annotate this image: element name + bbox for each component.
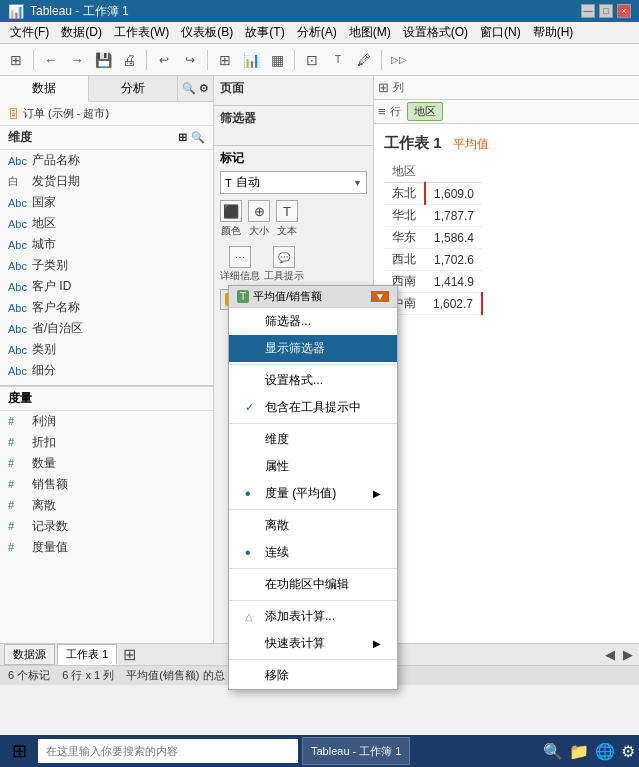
ctx-quick-calc-item[interactable]: 快速表计算 ▶ (229, 630, 397, 657)
field-city[interactable]: Abc 城市 (0, 234, 213, 255)
menu-dashboard[interactable]: 仪表板(B) (175, 22, 239, 43)
rows-region-pill[interactable]: 地区 (407, 102, 443, 121)
tab-data[interactable]: 数据 (0, 76, 89, 102)
ctx-add-calc-item[interactable]: △ 添加表计算... (229, 603, 397, 630)
menu-worksheet[interactable]: 工作表(W) (108, 22, 175, 43)
context-menu-title-row: T 平均值/销售额 ▼ (229, 286, 397, 308)
title-bar-icon: 📊 (8, 4, 24, 19)
minimize-button[interactable]: — (581, 4, 595, 18)
ctx-format-item[interactable]: 设置格式... (229, 367, 397, 394)
marks-tooltip-button[interactable]: 💬 工具提示 (264, 246, 304, 283)
field-label: 发货日期 (32, 173, 80, 190)
menu-story[interactable]: 故事(T) (239, 22, 290, 43)
ctx-show-filter-item[interactable]: 显示筛选器 (229, 335, 397, 362)
toolbar-print-button[interactable]: 🖨 (117, 48, 141, 72)
ctx-tooltip-item[interactable]: ✓ 包含在工具提示中 (229, 394, 397, 421)
marks-text-button[interactable]: T 文本 (276, 200, 298, 238)
menu-format[interactable]: 设置格式(O) (397, 22, 474, 43)
ctx-remove-item[interactable]: 移除 (229, 662, 397, 689)
toolbar-fit-button[interactable]: ⊡ (300, 48, 324, 72)
marks-type-dropdown[interactable]: T 自动 ▼ (220, 171, 367, 194)
field-province[interactable]: Abc 省/自治区 (0, 318, 213, 339)
search-icon[interactable]: 🔍 (182, 82, 196, 95)
size-icon: ⊕ (254, 204, 265, 219)
toolbar-undo-button[interactable]: ↩ (152, 48, 176, 72)
settings-icon[interactable]: ⚙ (199, 82, 209, 95)
toolbar-save-button[interactable]: 💾 (91, 48, 115, 72)
tab-analysis[interactable]: 分析 (89, 76, 178, 101)
toolbar-more-icon[interactable]: ▷▷ (387, 48, 411, 72)
field-country[interactable]: Abc 国家 (0, 192, 213, 213)
toolbar-table-icon[interactable]: ⊞ (213, 48, 237, 72)
close-button[interactable]: × (617, 4, 631, 18)
add-sheet-button[interactable]: ⊞ (123, 645, 136, 664)
ctx-attribute-item[interactable]: 属性 (229, 453, 397, 480)
toolbar-format-button[interactable]: 🖉 (352, 48, 376, 72)
field-customer-id[interactable]: Abc 客户 ID (0, 276, 213, 297)
context-menu-dropdown-icon[interactable]: ▼ (371, 291, 389, 302)
taskbar-globe-icon[interactable]: 🌐 (595, 742, 615, 761)
dimensions-search-icon[interactable]: 🔍 (191, 131, 205, 144)
field-discrete[interactable]: # 离散 (0, 495, 213, 516)
field-type-icon: Abc (8, 281, 28, 293)
field-label: 城市 (32, 236, 56, 253)
field-type-icon: Abc (8, 323, 28, 335)
field-subcategory[interactable]: Abc 子类别 (0, 255, 213, 276)
ctx-measure-item[interactable]: • 度量 (平均值) ▶ (229, 480, 397, 507)
marks-detail-button[interactable]: ⋯ 详细信息 (220, 246, 260, 283)
ctx-edit-item[interactable]: 在功能区中编辑 (229, 571, 397, 598)
bottom-arrow-left-icon[interactable]: ◀ (603, 647, 617, 662)
toolbar-chart-icon[interactable]: 📊 (239, 48, 263, 72)
field-sales[interactable]: # 销售额 (0, 474, 213, 495)
taskbar-settings-icon[interactable]: ⚙ (621, 742, 635, 761)
worksheet-tab-1[interactable]: 工作表 1 (57, 644, 117, 665)
marks-detail-row: ⋯ 详细信息 💬 工具提示 (220, 246, 367, 283)
field-row-id[interactable]: Abc 行 ID (0, 381, 213, 383)
field-ship-date[interactable]: 白 发货日期 (0, 171, 213, 192)
dimensions-grid-icon[interactable]: ⊞ (178, 131, 187, 144)
toolbar-back-button[interactable]: ← (39, 48, 63, 72)
ctx-discrete-item[interactable]: 离散 (229, 512, 397, 539)
taskbar-tableau-button[interactable]: Tableau - 工作簿 1 (302, 737, 410, 765)
toolbar-redo-button[interactable]: ↪ (178, 48, 202, 72)
field-discount[interactable]: # 折扣 (0, 432, 213, 453)
toolbar-bar-icon[interactable]: ▦ (265, 48, 289, 72)
field-type-icon: Abc (8, 239, 28, 251)
toolbar-grid-icon[interactable]: ⊞ (4, 48, 28, 72)
toolbar-sep2 (146, 50, 147, 70)
toolbar-forward-button[interactable]: → (65, 48, 89, 72)
field-region[interactable]: Abc 地区 (0, 213, 213, 234)
start-button[interactable]: ⊞ (4, 736, 34, 766)
field-measure-values[interactable]: # 度量值 (0, 537, 213, 558)
field-label: 子类别 (32, 257, 68, 274)
ctx-continuous-item[interactable]: • 连续 (229, 539, 397, 566)
field-product-name[interactable]: Abc 产品名称 (0, 150, 213, 171)
maximize-button[interactable]: □ (599, 4, 613, 18)
field-record-count[interactable]: # 记录数 (0, 516, 213, 537)
datasource-tab[interactable]: 数据源 (4, 644, 55, 665)
taskbar-search-input[interactable] (38, 739, 298, 763)
taskbar-search-icon[interactable]: 🔍 (543, 742, 563, 761)
toolbar-label-button[interactable]: T (326, 48, 350, 72)
marks-color-button[interactable]: ⬛ 颜色 (220, 200, 242, 238)
field-quantity[interactable]: # 数量 (0, 453, 213, 474)
menu-window[interactable]: 窗口(N) (474, 22, 527, 43)
marks-size-button[interactable]: ⊕ 大小 (248, 200, 270, 238)
ctx-filter-item[interactable]: 筛选器... (229, 308, 397, 335)
ctx-dimension-item[interactable]: 维度 (229, 426, 397, 453)
menu-help[interactable]: 帮助(H) (527, 22, 580, 43)
data-source[interactable]: 🗄 订单 (示例 - 超市) (0, 102, 213, 126)
field-category[interactable]: Abc 类别 (0, 339, 213, 360)
ctx-dimension-label: 维度 (265, 431, 289, 448)
field-profit[interactable]: # 利润 (0, 411, 213, 432)
context-menu[interactable]: T 平均值/销售额 ▼ 筛选器... 显示筛选器 设置格式... ✓ 包含在工具… (228, 285, 398, 690)
field-customer-name[interactable]: Abc 客户名称 (0, 297, 213, 318)
menu-data[interactable]: 数据(D) (55, 22, 108, 43)
menu-file[interactable]: 文件(F) (4, 22, 55, 43)
field-segment[interactable]: Abc 细分 (0, 360, 213, 381)
taskbar-folder-icon[interactable]: 📁 (569, 742, 589, 761)
field-label: 折扣 (32, 434, 56, 451)
menu-map[interactable]: 地图(M) (343, 22, 397, 43)
bottom-arrow-right-icon[interactable]: ▶ (621, 647, 635, 662)
menu-analysis[interactable]: 分析(A) (291, 22, 343, 43)
